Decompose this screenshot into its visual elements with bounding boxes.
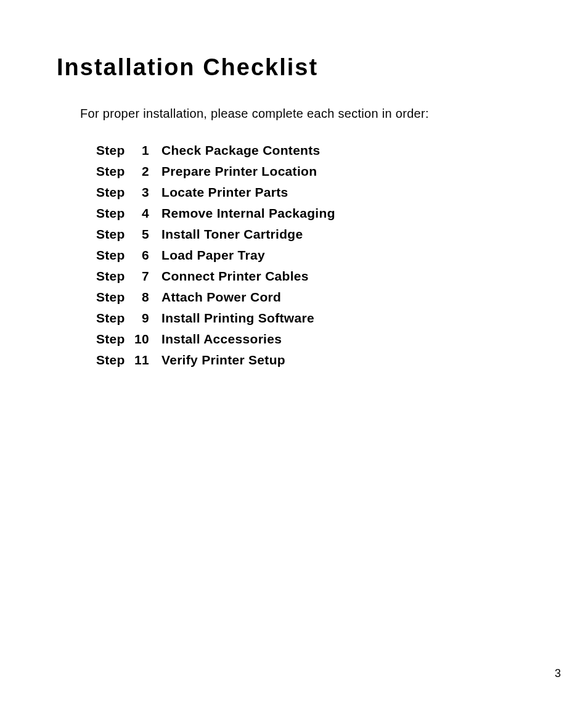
step-label: Step	[96, 164, 132, 179]
step-label: Step	[96, 269, 132, 284]
step-title: Attach Power Cord	[161, 290, 281, 305]
step-title: Install Toner Cartridge	[161, 227, 303, 242]
page-number: 3	[555, 667, 561, 680]
step-row: Step 5 Install Toner Cartridge	[96, 227, 531, 242]
step-number: 8	[132, 290, 161, 305]
step-label: Step	[96, 248, 132, 263]
step-title: Prepare Printer Location	[161, 164, 317, 179]
step-number: 2	[132, 164, 161, 179]
step-number: 3	[132, 185, 161, 200]
step-label: Step	[96, 185, 132, 200]
step-label: Step	[96, 332, 132, 347]
step-row: Step 10 Install Accessories	[96, 332, 531, 347]
step-row: Step 1 Check Package Contents	[96, 143, 531, 158]
step-row: Step 6 Load Paper Tray	[96, 248, 531, 263]
step-title: Install Printing Software	[161, 311, 314, 326]
step-title: Locate Printer Parts	[161, 185, 288, 200]
step-title: Connect Printer Cables	[161, 269, 309, 284]
step-label: Step	[96, 206, 132, 221]
step-title: Install Accessories	[161, 332, 282, 347]
step-row: Step 9 Install Printing Software	[96, 311, 531, 326]
step-label: Step	[96, 227, 132, 242]
step-label: Step	[96, 143, 132, 158]
step-number: 5	[132, 227, 161, 242]
step-row: Step 2 Prepare Printer Location	[96, 164, 531, 179]
steps-list: Step 1 Check Package Contents Step 2 Pre…	[96, 143, 531, 367]
step-title: Remove Internal Packaging	[161, 206, 335, 221]
step-number: 10	[132, 332, 161, 347]
step-row: Step 3 Locate Printer Parts	[96, 185, 531, 200]
step-label: Step	[96, 311, 132, 326]
page-title: Installation Checklist	[57, 54, 531, 81]
step-row: Step 8 Attach Power Cord	[96, 290, 531, 305]
step-row: Step 4 Remove Internal Packaging	[96, 206, 531, 221]
step-number: 1	[132, 143, 161, 158]
step-row: Step 11 Verify Printer Setup	[96, 353, 531, 367]
step-number: 11	[132, 353, 161, 367]
step-label: Step	[96, 290, 132, 305]
step-number: 4	[132, 206, 161, 221]
step-title: Verify Printer Setup	[161, 353, 285, 367]
step-number: 9	[132, 311, 161, 326]
step-label: Step	[96, 353, 132, 367]
document-page: Installation Checklist For proper instal…	[0, 0, 588, 367]
step-title: Load Paper Tray	[161, 248, 265, 263]
step-title: Check Package Contents	[161, 143, 321, 158]
step-number: 6	[132, 248, 161, 263]
step-number: 7	[132, 269, 161, 284]
intro-text: For proper installation, please complete…	[80, 107, 531, 121]
step-row: Step 7 Connect Printer Cables	[96, 269, 531, 284]
